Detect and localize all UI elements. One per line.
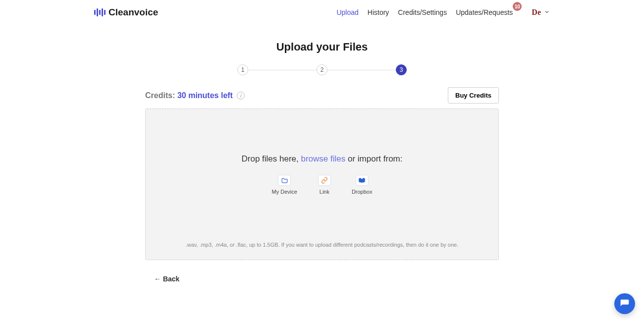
- nav-links: Upload History Credits/Settings Updates/…: [336, 8, 550, 17]
- import-link[interactable]: Link: [318, 175, 331, 195]
- dropzone-hint: .wav, .mp3, .m4a, or .flac, up to 1.5GB.…: [181, 241, 463, 249]
- brand-logo[interactable]: Cleanvoice: [94, 7, 158, 18]
- header: Cleanvoice Upload History Credits/Settin…: [0, 0, 644, 25]
- step-2[interactable]: 2: [317, 64, 327, 75]
- page-title: Upload your Files: [0, 41, 644, 54]
- logo-icon: [94, 8, 106, 16]
- import-dropbox[interactable]: Dropbox: [352, 175, 373, 195]
- info-icon[interactable]: i: [237, 92, 245, 100]
- folder-icon: [278, 175, 291, 186]
- back-link[interactable]: ← Back: [145, 275, 499, 283]
- import-link-label: Link: [320, 189, 329, 195]
- buy-credits-button[interactable]: Buy Credits: [448, 87, 499, 104]
- nav-bar: Cleanvoice Upload History Credits/Settin…: [94, 7, 550, 18]
- brand-name: Cleanvoice: [108, 7, 158, 18]
- nav-updates-wrap: Updates/Requests 10: [456, 8, 513, 17]
- import-my-device-label: My Device: [272, 189, 297, 195]
- nav-credits-settings[interactable]: Credits/Settings: [398, 8, 447, 16]
- credits-row: Credits: 30 minutes left i Buy Credits: [145, 87, 499, 104]
- chevron-down-icon: [544, 8, 550, 17]
- step-line: [248, 70, 317, 70]
- credits-value: 30 minutes left: [177, 91, 233, 100]
- user-label: De: [532, 8, 541, 17]
- dropzone-text: Drop files here, browse files or import …: [241, 154, 402, 164]
- step-3[interactable]: 3: [396, 64, 407, 75]
- user-menu[interactable]: De: [532, 8, 550, 17]
- updates-badge: 10: [513, 2, 522, 11]
- chat-widget[interactable]: [614, 293, 635, 314]
- credits-text-wrap: Credits: 30 minutes left i: [145, 91, 245, 100]
- browse-files-link[interactable]: browse files: [301, 154, 345, 163]
- credits-label: Credits:: [145, 91, 175, 100]
- dropzone[interactable]: Drop files here, browse files or import …: [145, 108, 499, 260]
- nav-updates-requests[interactable]: Updates/Requests: [456, 8, 513, 16]
- nav-history[interactable]: History: [368, 8, 389, 16]
- dropbox-icon: [356, 175, 369, 186]
- link-icon: [318, 175, 331, 186]
- import-my-device[interactable]: My Device: [272, 175, 297, 195]
- import-dropbox-label: Dropbox: [352, 189, 373, 195]
- stepper: 1 2 3: [0, 64, 644, 75]
- step-line: [327, 70, 396, 70]
- dropzone-text-suffix: or import from:: [345, 154, 402, 163]
- chat-icon: [620, 299, 630, 309]
- import-options: My Device Link Dropbox: [272, 175, 373, 195]
- nav-upload[interactable]: Upload: [336, 8, 358, 16]
- step-1[interactable]: 1: [237, 64, 248, 75]
- dropzone-text-prefix: Drop files here,: [241, 154, 301, 163]
